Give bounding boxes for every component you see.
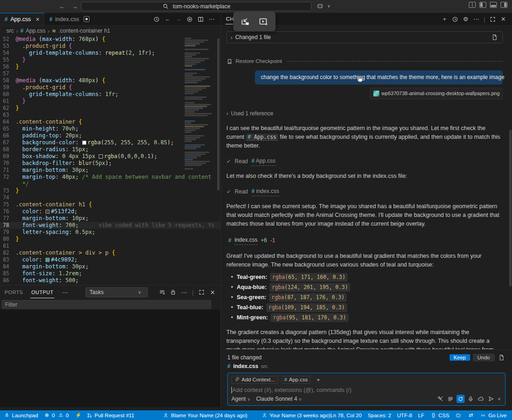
code-line-78[interactable]: 78 font-weight: 700; vibe coded with lik…: [0, 222, 220, 229]
line-number[interactable]: 52: [0, 36, 16, 43]
attachment-chip[interactable]: wp6370738-animal-crossing-desktop-wallpa…: [370, 88, 503, 99]
code-line-84[interactable]: 84 margin-bottom: 30px;: [0, 263, 220, 270]
statusbar-go-live[interactable]: Go Live: [480, 412, 506, 419]
tab-ports[interactable]: PORTS: [4, 287, 24, 298]
line-number[interactable]: 66: [0, 132, 16, 139]
line-number[interactable]: 76: [0, 208, 16, 215]
line-number[interactable]: 56: [0, 63, 16, 70]
send-options-icon[interactable]: ∨: [497, 395, 501, 403]
nav-forward-icon[interactable]: →: [71, 2, 79, 11]
line-number[interactable]: 74: [0, 194, 16, 201]
expand-chat-icon[interactable]: [489, 15, 497, 23]
code-line-77[interactable]: 77 margin-bottom: 10px;: [0, 215, 220, 222]
breadcrumb-root[interactable]: src: [6, 28, 14, 34]
chat-input[interactable]: Add Context... # App.css + Add context (…: [227, 373, 506, 406]
used-references[interactable]: › Used 1 reference: [226, 109, 503, 118]
close-panel-icon[interactable]: ✕: [208, 288, 217, 296]
code-line-72[interactable]: 72 margin-top: 40px; /* Add space betwee…: [0, 174, 220, 181]
voice-icon[interactable]: [477, 395, 485, 403]
tab-index-css[interactable]: # index.css: [45, 13, 95, 25]
line-number[interactable]: 60: [0, 91, 16, 98]
file-reference-chip[interactable]: # App.css: [246, 134, 278, 141]
statusbar-power[interactable]: ⚡: [75, 412, 82, 419]
line-number[interactable]: 69: [0, 153, 16, 160]
new-chat-icon[interactable]: +: [440, 15, 449, 23]
line-number[interactable]: 68: [0, 146, 16, 153]
timeline-icon[interactable]: [152, 15, 161, 23]
more-actions-icon[interactable]: ⋯: [208, 15, 216, 23]
line-number[interactable]: 84: [0, 263, 16, 270]
tool-read-row-2[interactable]: ✓ Read # index.css: [226, 187, 503, 196]
chat-scrollbar[interactable]: [509, 130, 512, 286]
output-filter-input[interactable]: Filter: [2, 300, 211, 309]
statusbar-pull-request[interactable]: Pull Request #11: [86, 412, 135, 419]
statusbar-language-mode[interactable]: {}CSS: [430, 412, 450, 419]
output-channel-select[interactable]: Tasks ∨: [85, 287, 148, 297]
send-icon[interactable]: [487, 395, 495, 403]
statusbar-indentation[interactable]: Spaces: 2: [368, 413, 391, 418]
customize-layout-icon[interactable]: [469, 2, 476, 8]
tab-output[interactable]: OUTPUT: [30, 287, 54, 298]
code-line-75[interactable]: 75.content-container h1 {: [0, 201, 220, 208]
toggle-panel-icon[interactable]: [490, 2, 497, 8]
breadcrumb[interactable]: src › # App.css › ≋ .content-container h…: [0, 26, 220, 36]
code-line-79[interactable]: 79 letter-spacing: 0.5px;: [0, 229, 220, 236]
lock-scroll-icon[interactable]: [169, 288, 177, 296]
code-editor[interactable]: 52@media (max-width: 768px) {53 .product…: [0, 36, 220, 285]
line-number[interactable]: 72: [0, 174, 16, 181]
statusbar-author[interactable]: Your Name (3 weeks ago): [261, 412, 331, 419]
context-chip-app-css[interactable]: # App.css: [281, 376, 310, 384]
keep-button[interactable]: Keep: [450, 354, 470, 361]
statusbar-git-blame[interactable]: Blame Your Name (24 days ago): [163, 412, 247, 419]
code-line-81[interactable]: 81: [0, 243, 220, 250]
line-number[interactable]: [0, 181, 16, 187]
line-number[interactable]: 73: [0, 187, 16, 194]
code-line-83[interactable]: 83 color: #4c9892;: [0, 256, 220, 263]
line-number[interactable]: 86: [0, 277, 16, 284]
code-line-85[interactable]: 85 font-size: 1.2rem;: [0, 270, 220, 277]
color-swatch[interactable]: [82, 141, 86, 145]
close-chat-icon[interactable]: ✕: [499, 15, 507, 23]
move-into-window-icon[interactable]: [238, 15, 252, 28]
line-number[interactable]: 83: [0, 256, 16, 263]
restore-checkpoint[interactable]: Restore Checkpoint: [226, 57, 503, 66]
command-center-search[interactable]: tom-nooks-marketplace: [81, 2, 311, 11]
add-attachment-icon[interactable]: +: [314, 375, 322, 384]
code-line-80[interactable]: 80}: [0, 236, 220, 243]
modified-indicator-icon[interactable]: [84, 16, 90, 22]
code-line-76[interactable]: 76 color: #513f2d;: [0, 208, 220, 215]
line-number[interactable]: 81: [0, 243, 16, 250]
instructions-icon[interactable]: [446, 395, 455, 403]
line-number[interactable]: 64: [0, 119, 16, 125]
add-context-button[interactable]: Add Context...: [231, 376, 278, 384]
nav-back-icon[interactable]: ←: [58, 2, 66, 11]
line-number[interactable]: 79: [0, 229, 16, 236]
statusbar-cursor-position[interactable]: Ln 78, Col 20: [330, 413, 361, 418]
editor-scrollbar[interactable]: [217, 39, 219, 190]
line-number[interactable]: 71: [0, 167, 16, 174]
color-swatch[interactable]: [45, 258, 50, 262]
restore-checkpoint-label[interactable]: Restore Checkpoint: [236, 57, 282, 66]
line-number[interactable]: 75: [0, 201, 16, 208]
more-panel-tabs-icon[interactable]: ⋯: [61, 288, 69, 296]
toggle-sidebar-left-icon[interactable]: [479, 2, 486, 8]
file-reference[interactable]: # App.css: [252, 157, 276, 166]
mic-icon[interactable]: [467, 395, 475, 403]
diff-summary-chip[interactable]: # index.css +6 -1: [226, 235, 277, 246]
statusbar-copilot-status[interactable]: [455, 412, 461, 419]
statusbar-problems-errors[interactable]: ⊗0: [44, 412, 55, 419]
statusbar-encoding[interactable]: UTF-8: [397, 413, 412, 418]
go-forward-icon[interactable]: →: [174, 15, 183, 23]
line-number[interactable]: 70: [0, 160, 16, 167]
more-actions-icon[interactable]: ⋯: [180, 288, 188, 296]
code-line-82[interactable]: 82.content-container > div > p {: [0, 250, 220, 256]
mode-select[interactable]: Agent∨: [231, 396, 251, 402]
code-line-wrap[interactable]: */: [0, 181, 220, 187]
undo-button[interactable]: Undo: [473, 354, 495, 361]
minimap[interactable]: [185, 38, 214, 170]
tab-app-css[interactable]: # App.css ✕: [0, 13, 45, 25]
line-number[interactable]: 55: [0, 57, 16, 63]
user-message[interactable]: change the background color to something…: [255, 70, 503, 85]
run-icon[interactable]: [186, 15, 194, 23]
line-number[interactable]: 59: [0, 84, 16, 91]
